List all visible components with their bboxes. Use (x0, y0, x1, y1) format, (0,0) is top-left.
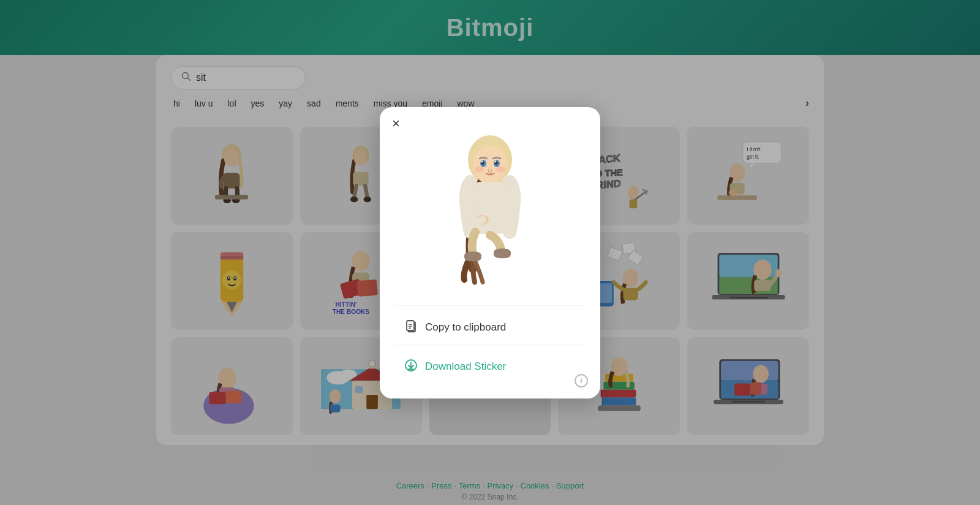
modal-overlay[interactable]: × (0, 0, 980, 505)
svg-rect-107 (494, 249, 511, 258)
svg-point-102 (495, 160, 497, 162)
download-label: Download Sticker (425, 361, 506, 373)
info-icon: i (581, 376, 582, 385)
download-icon (404, 359, 418, 375)
modal-sticker-svg (429, 128, 551, 287)
svg-point-94 (473, 145, 507, 184)
svg-rect-103 (473, 182, 507, 234)
svg-point-100 (496, 166, 506, 173)
copy-label: Copy to clipboard (425, 321, 506, 334)
svg-rect-105 (464, 252, 481, 261)
svg-rect-110 (407, 321, 414, 331)
modal-close-button[interactable]: × (392, 117, 400, 130)
clipboard-icon (404, 320, 418, 336)
svg-point-99 (474, 166, 484, 173)
svg-point-101 (481, 160, 483, 162)
modal-dialog: × (380, 107, 600, 398)
modal-info-button[interactable]: i (575, 374, 588, 387)
modal-sticker-image (417, 122, 564, 293)
modal-divider-1 (394, 305, 586, 306)
modal-divider-2 (394, 345, 586, 345)
download-sticker-button[interactable]: Download Sticker (394, 353, 586, 381)
copy-to-clipboard-button[interactable]: Copy to clipboard (394, 313, 586, 342)
